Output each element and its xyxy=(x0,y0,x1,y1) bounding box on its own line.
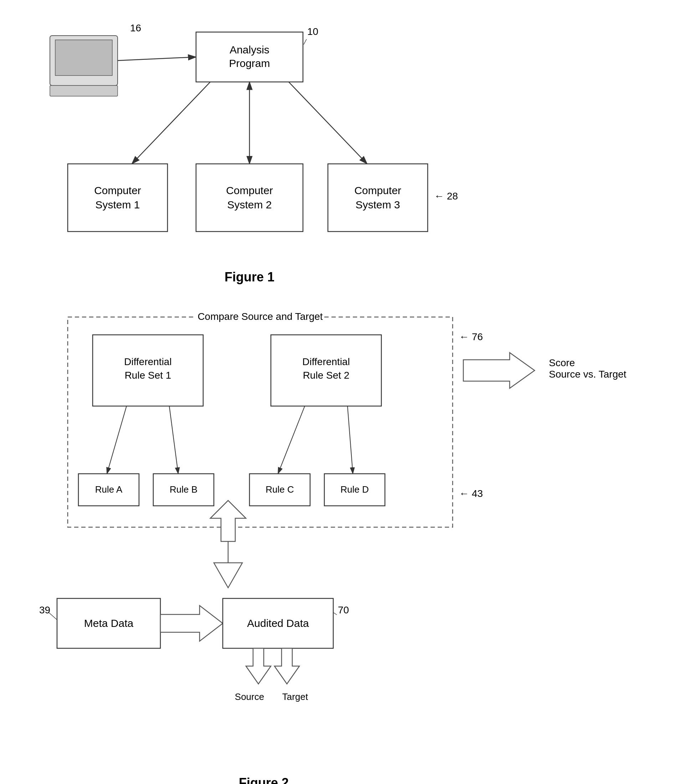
cs2-label2: System 2 xyxy=(227,199,272,211)
label-39: 39 xyxy=(39,604,50,616)
svg-line-19 xyxy=(348,406,353,474)
target-arrow xyxy=(274,648,299,684)
svg-line-17 xyxy=(169,406,178,474)
up-hollow-arrow xyxy=(210,501,246,542)
label-76: ← 76 xyxy=(459,331,483,342)
diff-rule-set2-label: Differential xyxy=(302,356,350,367)
svg-line-7 xyxy=(132,82,210,164)
svg-rect-3 xyxy=(50,86,117,96)
cs1-box xyxy=(68,164,167,232)
analysis-program-box xyxy=(196,32,303,82)
up-arrow-to-rules xyxy=(214,538,243,588)
score-label2: Source vs. Target xyxy=(549,369,627,380)
score-label: Score xyxy=(549,357,575,368)
meta-data-label: Meta Data xyxy=(84,617,134,629)
label-10: 10 xyxy=(307,26,318,37)
rule-b-label: Rule B xyxy=(170,484,198,495)
source-label: Source xyxy=(235,692,264,702)
svg-line-4 xyxy=(117,57,196,61)
analysis-program-label: Analysis xyxy=(229,44,269,56)
diff-rule-set2-label2: Rule Set 2 xyxy=(303,370,350,381)
diff-rule-set1-label2: Rule Set 1 xyxy=(125,370,172,381)
analysis-program-label2: Program xyxy=(229,58,270,69)
rule-d-label: Rule D xyxy=(340,484,368,495)
label-43: ← 43 xyxy=(459,488,483,499)
svg-line-5 xyxy=(304,39,307,44)
label-28: ← 28 xyxy=(434,191,458,202)
cs3-label: Computer xyxy=(354,184,401,196)
cs3-box xyxy=(328,164,428,232)
source-arrow xyxy=(246,648,271,684)
meta-to-audited-arrow xyxy=(160,606,223,641)
svg-line-8 xyxy=(289,82,367,164)
svg-line-18 xyxy=(278,406,305,474)
svg-line-20 xyxy=(48,612,57,620)
target-label: Target xyxy=(282,692,308,702)
rule-c-label: Rule C xyxy=(266,484,294,495)
svg-rect-0 xyxy=(55,40,112,76)
diff-rule-set1-label: Differential xyxy=(124,356,172,367)
rule-a-label: Rule A xyxy=(95,484,122,495)
cs2-label: Computer xyxy=(226,184,273,196)
cs1-label: Computer xyxy=(94,184,141,196)
cs3-label2: System 3 xyxy=(355,199,400,211)
audited-data-label: Audited Data xyxy=(247,617,309,629)
cs2-box xyxy=(196,164,303,232)
label-70: 70 xyxy=(338,604,349,616)
score-arrow xyxy=(463,352,535,388)
label-16: 16 xyxy=(130,23,141,33)
svg-line-21 xyxy=(333,613,337,615)
figure1-caption: Figure 1 xyxy=(225,270,274,284)
figure2-caption: Figure 2 xyxy=(239,776,289,784)
svg-line-16 xyxy=(107,406,127,474)
compare-source-target-label: Compare Source and Target xyxy=(198,311,322,322)
cs1-label2: System 1 xyxy=(95,199,140,211)
